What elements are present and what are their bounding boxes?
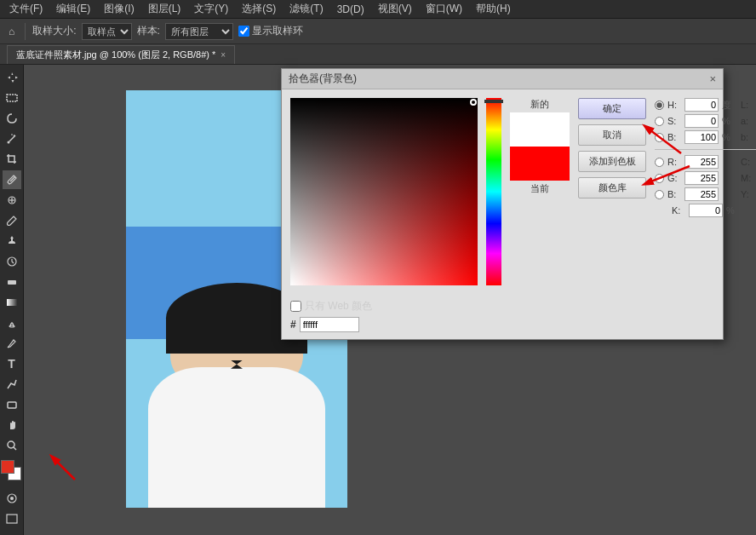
K-unit: % xyxy=(726,205,736,216)
tool-pen[interactable] xyxy=(3,334,21,353)
sample-select[interactable]: 所有图层 xyxy=(165,23,233,40)
add-to-swatches-button[interactable]: 添加到色板 xyxy=(578,151,646,172)
color-library-button[interactable]: 颜色库 xyxy=(578,177,646,198)
dialog-close-button[interactable]: × xyxy=(709,73,716,84)
field-row-R: R: C: % xyxy=(655,155,756,169)
M-label: M: xyxy=(741,173,754,183)
radio-G[interactable] xyxy=(655,174,664,183)
show-ring-text: 显示取样环 xyxy=(252,24,303,38)
tool-lasso[interactable] xyxy=(3,109,21,128)
preview-current-label: 当前 xyxy=(510,182,570,195)
tool-select-rect[interactable] xyxy=(3,89,21,107)
gradient-picker[interactable] xyxy=(290,98,478,285)
home-button[interactable]: ⌂ xyxy=(5,24,18,39)
menu-layer[interactable]: 图层(L) xyxy=(142,0,187,18)
B2-input[interactable] xyxy=(684,187,719,201)
svg-rect-18 xyxy=(7,515,17,523)
field-row-H: H: 度 L: xyxy=(655,98,756,112)
hex-row: # xyxy=(290,317,714,332)
svg-rect-11 xyxy=(7,299,17,306)
menu-help[interactable]: 帮助(H) xyxy=(470,0,517,18)
S-input[interactable] xyxy=(684,114,719,128)
H-unit: 度 xyxy=(722,99,732,112)
sample-label: 样本: xyxy=(137,24,160,38)
radio-S[interactable] xyxy=(655,117,664,126)
svg-point-14 xyxy=(8,441,14,448)
tool-shape[interactable] xyxy=(3,395,21,414)
radio-B[interactable] xyxy=(655,133,664,142)
tool-stamp[interactable] xyxy=(3,232,21,250)
tool-zoom[interactable] xyxy=(3,436,21,455)
menu-filter[interactable]: 滤镜(T) xyxy=(284,0,329,18)
toolbox: T xyxy=(0,65,24,535)
show-ring-checkbox[interactable] xyxy=(238,26,249,37)
tool-dodge[interactable] xyxy=(3,314,21,332)
K-label: K: xyxy=(672,205,685,216)
show-ring-label[interactable]: 显示取样环 xyxy=(238,24,303,38)
web-only-label: 只有 Web 颜色 xyxy=(305,299,372,314)
tab-close-btn[interactable]: × xyxy=(220,50,226,60)
tool-wand[interactable] xyxy=(3,129,21,148)
B2-label: B: xyxy=(667,189,681,199)
menu-window[interactable]: 窗口(W) xyxy=(420,0,468,18)
tool-brush[interactable] xyxy=(3,211,21,230)
tool-move[interactable] xyxy=(3,68,21,87)
tool-gradient[interactable] xyxy=(3,293,21,312)
tool-hand[interactable] xyxy=(3,416,21,434)
gradient-background xyxy=(290,98,478,285)
B-input[interactable] xyxy=(684,130,719,144)
menu-select[interactable]: 选择(S) xyxy=(236,0,282,18)
web-only-row: 只有 Web 颜色 xyxy=(290,299,714,314)
foreground-color-swatch[interactable] xyxy=(1,460,14,474)
tab-main[interactable]: 蓝底证件照素材.jpg @ 100% (图层 2, RGB/8#) * × xyxy=(7,45,235,64)
tool-history[interactable] xyxy=(3,252,21,271)
cancel-button[interactable]: 取消 xyxy=(578,124,646,146)
hue-slider xyxy=(486,98,501,285)
H-input[interactable] xyxy=(684,98,719,112)
tool-heal[interactable] xyxy=(3,191,21,210)
confirm-button[interactable]: 确定 xyxy=(578,98,646,119)
tool-crop[interactable] xyxy=(3,150,21,169)
L-label: L: xyxy=(741,100,754,110)
R-label: R: xyxy=(667,157,681,167)
menu-text[interactable]: 文字(Y) xyxy=(188,0,234,18)
svg-line-20 xyxy=(54,458,75,480)
menu-edit[interactable]: 编辑(E) xyxy=(50,0,96,18)
tool-path-select[interactable] xyxy=(3,375,21,394)
field-row-G: G: M: % xyxy=(655,171,756,185)
S-unit: % xyxy=(722,116,732,126)
hex-input[interactable] xyxy=(300,317,359,332)
svg-line-1 xyxy=(9,135,15,141)
web-only-checkbox[interactable] xyxy=(290,301,301,312)
svg-line-5 xyxy=(10,176,15,181)
hue-slider-container[interactable] xyxy=(486,98,501,285)
menu-view[interactable]: 视图(V) xyxy=(372,0,418,18)
B-label: B: xyxy=(667,132,681,142)
tool-text[interactable]: T xyxy=(3,354,21,373)
S-label: S: xyxy=(667,116,681,126)
K-input[interactable] xyxy=(689,204,723,217)
svg-rect-0 xyxy=(7,95,17,101)
menu-file[interactable]: 文件(F) xyxy=(3,0,49,18)
preview-area: 新的 当前 xyxy=(510,98,570,285)
R-input[interactable] xyxy=(684,155,719,169)
menu-image[interactable]: 图像(I) xyxy=(98,0,140,18)
toolbar-separator-1 xyxy=(25,23,26,40)
G-input[interactable] xyxy=(684,171,719,185)
tool-size-select[interactable]: 取样点 xyxy=(82,23,132,40)
radio-B2[interactable] xyxy=(655,190,664,199)
tool-screen-mode[interactable] xyxy=(3,509,21,528)
G-label: G: xyxy=(667,173,681,183)
tab-bar: 蓝底证件照素材.jpg @ 100% (图层 2, RGB/8#) * × xyxy=(0,44,756,65)
dialog-titlebar[interactable]: 拾色器(背景色) × xyxy=(282,69,723,89)
color-picker-dialog: 拾色器(背景色) × 新的 当前 确定 取消 添加到色板 颜色库 xyxy=(281,68,724,340)
radio-R[interactable] xyxy=(655,158,664,167)
tool-mask[interactable] xyxy=(3,489,21,508)
tool-eraser[interactable] xyxy=(3,273,21,291)
color-fields: H: 度 L: S: % a: B: % b: xyxy=(655,98,756,285)
radio-H[interactable] xyxy=(655,101,664,110)
menu-3d[interactable]: 3D(D) xyxy=(331,2,370,17)
menu-bar: 文件(F) 编辑(E) 图像(I) 图层(L) 文字(Y) 选择(S) 滤镜(T… xyxy=(0,0,756,19)
a-label: a: xyxy=(741,116,754,126)
tool-eyedropper[interactable] xyxy=(3,170,21,189)
